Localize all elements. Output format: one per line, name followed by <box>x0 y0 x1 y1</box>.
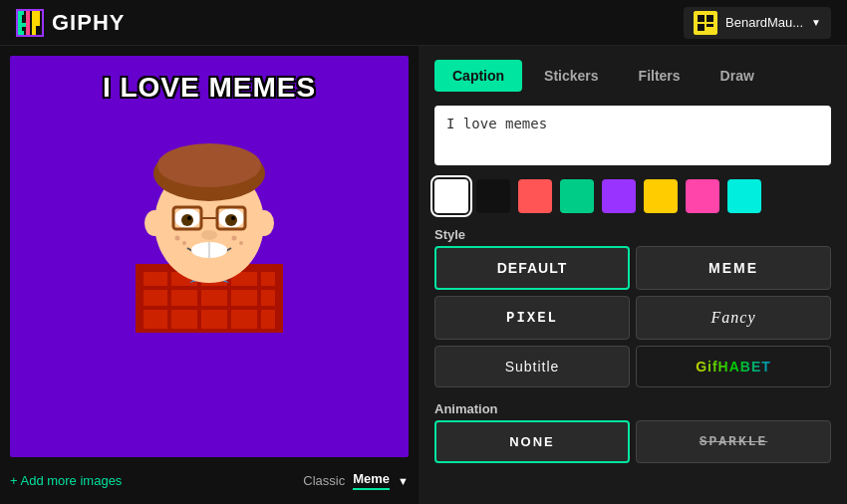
animation-grid: NONE SPARKLE <box>434 420 831 463</box>
header: GIPHY BenardMau... ▼ <box>0 0 847 46</box>
left-panel: I LOVE MEMES <box>0 46 419 504</box>
svg-point-46 <box>201 230 217 240</box>
logo: GIPHY <box>16 9 125 37</box>
style-meme-button[interactable]: MEME <box>636 246 831 290</box>
chevron-down-icon: ▼ <box>811 17 821 28</box>
logo-text: GIPHY <box>52 10 125 36</box>
tab-caption[interactable]: Caption <box>434 60 522 92</box>
style-label: Style <box>434 227 831 242</box>
svg-rect-5 <box>26 11 30 35</box>
svg-rect-9 <box>36 11 40 26</box>
style-default-button[interactable]: DEFAULT <box>434 246 630 290</box>
add-more-button[interactable]: + Add more images <box>10 473 122 488</box>
svg-rect-18 <box>706 24 713 27</box>
style-fancy-button[interactable]: Fancy <box>636 296 831 340</box>
svg-rect-10 <box>16 9 44 11</box>
meme-overlay-text: I LOVE MEMES <box>103 72 316 104</box>
style-subtitle-button[interactable]: Subtitle <box>434 346 630 387</box>
style-grid: DEFAULT MEME PIXEL Fancy Subtitle GifHAB… <box>434 246 831 387</box>
svg-rect-12 <box>42 9 44 37</box>
svg-rect-13 <box>16 9 18 37</box>
tab-bar: Caption Stickers Filters Draw <box>434 60 831 92</box>
color-swatch-green[interactable] <box>560 179 594 213</box>
svg-rect-17 <box>698 24 705 31</box>
user-name: BenardMau... <box>725 15 803 30</box>
svg-point-42 <box>187 216 191 220</box>
main-content: I LOVE MEMES <box>0 46 847 504</box>
animation-section: Animation NONE SPARKLE <box>434 401 831 463</box>
avatar <box>694 11 717 35</box>
meme-image <box>120 114 299 333</box>
caption-input[interactable]: I love memes <box>434 106 831 165</box>
tab-stickers[interactable]: Stickers <box>526 60 616 92</box>
tab-filters[interactable]: Filters <box>621 60 699 92</box>
svg-rect-14 <box>694 11 717 35</box>
svg-point-33 <box>144 210 164 236</box>
style-section: Style DEFAULT MEME PIXEL Fancy Subtitle … <box>434 227 831 387</box>
giphy-logo-icon <box>16 9 44 37</box>
mode-selector: Classic Meme ▼ <box>303 471 409 490</box>
svg-point-41 <box>225 214 237 226</box>
svg-point-49 <box>232 236 237 241</box>
color-swatch-red[interactable] <box>518 179 552 213</box>
tab-draw[interactable]: Draw <box>703 60 772 92</box>
svg-rect-15 <box>698 15 705 22</box>
color-swatch-teal[interactable] <box>727 179 761 213</box>
mode-dropdown-icon[interactable]: ▼ <box>398 475 409 487</box>
color-swatch-yellow[interactable] <box>644 179 678 213</box>
svg-point-40 <box>181 214 193 226</box>
svg-point-32 <box>157 143 261 187</box>
anim-sparkle-button[interactable]: SPARKLE <box>636 420 831 463</box>
svg-point-43 <box>231 216 235 220</box>
anim-none-button[interactable]: NONE <box>434 420 630 463</box>
svg-point-47 <box>175 236 180 241</box>
meme-mode-button[interactable]: Meme <box>353 471 390 490</box>
svg-rect-16 <box>706 15 713 22</box>
color-row <box>434 179 831 213</box>
color-swatch-white[interactable] <box>434 179 468 213</box>
style-pixel-button[interactable]: PIXEL <box>434 296 630 340</box>
bottom-bar: + Add more images Classic Meme ▼ <box>10 467 409 494</box>
classic-mode-button[interactable]: Classic <box>303 473 345 488</box>
style-alphabet-button[interactable]: GifHABET <box>636 346 831 387</box>
color-swatch-pink[interactable] <box>686 179 719 213</box>
user-menu[interactable]: BenardMau... ▼ <box>684 7 831 39</box>
svg-rect-3 <box>18 31 24 35</box>
animation-label: Animation <box>434 401 831 416</box>
svg-point-34 <box>254 210 274 236</box>
right-panel: Caption Stickers Filters Draw I love mem… <box>419 46 847 504</box>
svg-point-50 <box>239 241 243 245</box>
svg-point-48 <box>182 241 186 245</box>
color-swatch-purple[interactable] <box>602 179 636 213</box>
canvas-area: I LOVE MEMES <box>10 56 409 457</box>
svg-rect-11 <box>16 35 44 37</box>
color-swatch-black[interactable] <box>476 179 510 213</box>
